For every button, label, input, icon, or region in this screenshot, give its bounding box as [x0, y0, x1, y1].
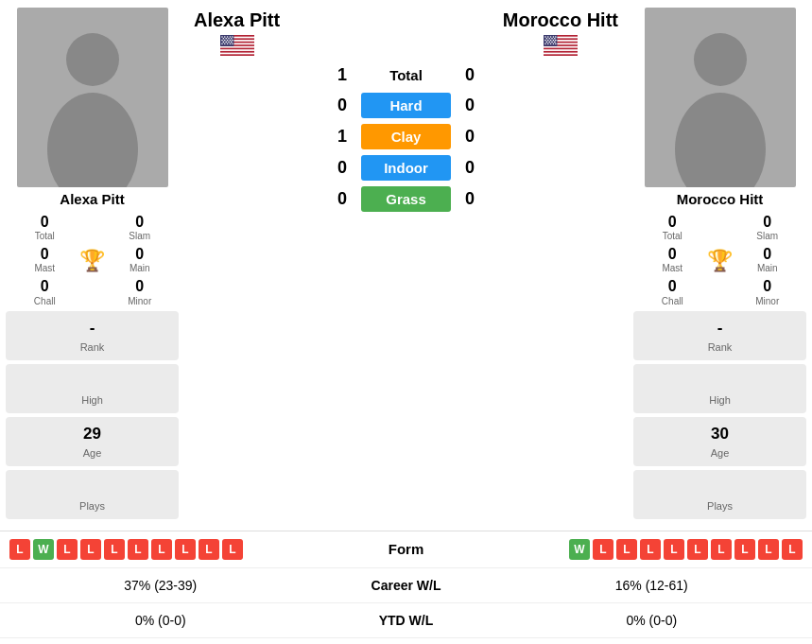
right-slam-stat: 0 Slam — [734, 213, 802, 242]
svg-point-60 — [547, 43, 549, 44]
svg-point-54 — [555, 40, 557, 42]
form-badge-l: L — [9, 539, 30, 560]
indoor-row: 0 Indoor 0 — [184, 155, 628, 181]
indoor-badge: Indoor — [361, 155, 451, 181]
top-layout: Alexa Pitt 0 Total 0 Slam — [0, 0, 812, 523]
left-trophy-icon: 🏆 — [78, 247, 107, 274]
main-container: Alexa Pitt 0 Total 0 Slam — [0, 0, 812, 644]
svg-rect-8 — [220, 53, 254, 55]
indoor-right-score: 0 — [451, 158, 489, 178]
grass-right-score: 0 — [451, 189, 489, 209]
total-label: Total — [361, 67, 451, 83]
left-flag — [194, 35, 280, 56]
form-badge-l: L — [640, 539, 661, 560]
svg-point-51 — [547, 40, 549, 42]
form-badge-l: L — [80, 539, 101, 560]
right-plays-panel: Plays — [633, 470, 806, 519]
clay-left-score: 1 — [323, 127, 361, 147]
form-badge-l: L — [128, 539, 148, 560]
form-label: Form — [345, 541, 468, 557]
right-side-stats: - Rank High 30 Age Plays — [628, 311, 812, 523]
right-stats-row-2: 0 Mast 🏆 0 Main — [639, 245, 801, 274]
right-rank-panel: - Rank — [633, 311, 806, 360]
form-badge-l: L — [687, 539, 708, 560]
left-player-title: Alexa Pitt — [194, 9, 280, 31]
left-minor-stat: 0 Minor — [107, 277, 174, 306]
svg-point-59 — [544, 43, 546, 44]
svg-point-20 — [224, 40, 226, 42]
total-left-score: 1 — [323, 65, 361, 85]
svg-point-13 — [229, 36, 231, 38]
svg-point-21 — [226, 40, 228, 42]
svg-point-23 — [232, 40, 233, 42]
left-rank-panel: - Rank — [6, 311, 179, 360]
right-player-panel: Morocco Hitt 0 Total 0 Slam — [628, 0, 812, 523]
indoor-left-score: 0 — [323, 158, 361, 178]
svg-point-29 — [224, 43, 226, 44]
left-player-panel: Alexa Pitt 0 Total 0 Slam — [0, 0, 184, 523]
svg-point-48 — [551, 38, 553, 40]
svg-point-52 — [550, 40, 552, 42]
right-mast-stat: 0 Mast — [639, 245, 706, 274]
form-badge-l: L — [593, 539, 613, 560]
grass-left-score: 0 — [323, 189, 361, 209]
clay-badge: Clay — [361, 124, 451, 149]
right-career-wl: 16% (12-61) — [501, 578, 803, 593]
left-age-panel: 29 Age — [6, 417, 179, 466]
total-right-score: 0 — [451, 65, 489, 85]
form-badge-l: L — [616, 539, 637, 560]
svg-point-18 — [231, 38, 233, 40]
svg-point-12 — [226, 36, 228, 38]
svg-point-42 — [547, 36, 549, 38]
right-name-flag: Morocco Hitt — [503, 9, 618, 56]
svg-point-32 — [232, 43, 233, 44]
svg-point-45 — [555, 36, 557, 38]
form-badge-l: L — [664, 539, 684, 560]
left-player-name: Alexa Pitt — [4, 191, 181, 207]
form-badge-l: L — [175, 539, 196, 560]
bottom-section: LWLLLLLLLL Form WLLLLLLLLL 37% (23-39) C… — [0, 531, 812, 644]
right-player-info: Morocco Hitt 0 Total 0 Slam — [628, 191, 812, 307]
form-badge-l: L — [222, 539, 243, 560]
svg-point-30 — [226, 43, 228, 44]
left-mast-stat: 0 Mast — [11, 245, 78, 274]
svg-point-49 — [554, 38, 556, 40]
right-trophy-icon: 🏆 — [706, 247, 734, 274]
svg-point-24 — [222, 42, 224, 44]
svg-point-19 — [221, 40, 223, 42]
svg-point-63 — [555, 43, 557, 44]
center-panel: Alexa Pitt — [184, 0, 628, 523]
right-age-panel: 30 Age — [633, 417, 806, 466]
svg-point-10 — [221, 36, 223, 38]
left-side-stats: - Rank High 29 Age Plays — [0, 311, 184, 523]
right-player-name: Morocco Hitt — [631, 191, 808, 207]
left-main-stat: 0 Main — [107, 245, 174, 274]
svg-point-58 — [554, 42, 556, 44]
career-prize-row: $0 Career Prize Money $0 — [0, 638, 812, 644]
hard-left-score: 0 — [323, 96, 361, 115]
svg-point-64 — [694, 33, 747, 86]
form-badge-l: L — [782, 539, 803, 560]
svg-point-1 — [47, 93, 138, 187]
grass-badge: Grass — [361, 186, 451, 212]
svg-point-61 — [550, 43, 552, 44]
form-badge-l: L — [734, 539, 755, 560]
right-form-badges: WLLLLLLLLL — [468, 539, 803, 560]
svg-point-46 — [545, 38, 547, 40]
right-player-title: Morocco Hitt — [503, 9, 618, 31]
right-high-panel: High — [633, 364, 806, 413]
right-player-photo — [645, 8, 796, 187]
form-row: LWLLLLLLLL Form WLLLLLLLLL — [0, 531, 812, 568]
svg-rect-7 — [220, 49, 254, 51]
svg-point-56 — [548, 42, 550, 44]
svg-point-44 — [552, 36, 554, 38]
svg-point-16 — [225, 38, 227, 40]
hard-right-score: 0 — [451, 96, 489, 115]
form-badge-l: L — [104, 539, 125, 560]
right-main-stat: 0 Main — [734, 245, 802, 274]
left-stats-row-3: 0 Chall 0 Minor — [11, 277, 173, 306]
right-stats-row-3: 0 Chall 0 Minor — [639, 277, 801, 306]
right-chall-stat: 0 Chall — [639, 277, 706, 306]
right-player-stats: 0 Total 0 Slam 0 Mast — [631, 213, 808, 307]
form-badge-l: L — [711, 539, 732, 560]
